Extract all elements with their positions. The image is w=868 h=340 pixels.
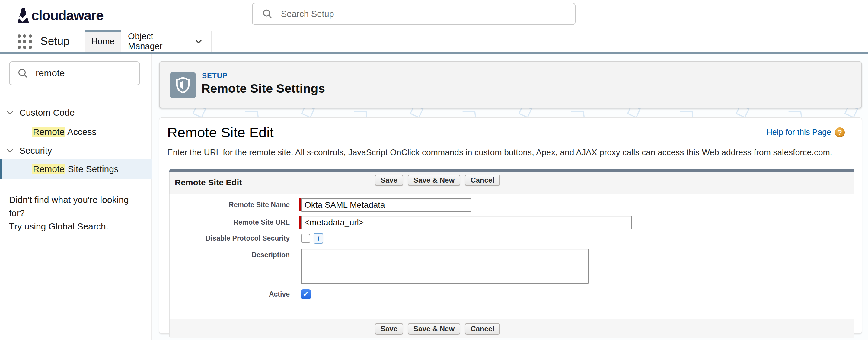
remote-site-name-input[interactable] <box>301 198 471 212</box>
disable-protocol-security-label: Disable Protocol Security <box>169 234 290 243</box>
required-bar <box>299 216 301 229</box>
sidebar-search-box[interactable] <box>9 61 140 85</box>
description-label: Description <box>169 248 290 259</box>
tab-divider <box>211 31 212 52</box>
cancel-button[interactable]: Cancel <box>465 175 500 186</box>
section-top-bar <box>169 169 855 172</box>
save-and-new-button[interactable]: Save & New <box>408 175 460 186</box>
security-tile <box>169 72 196 98</box>
setup-nav-bar: Setup Home Object Manager <box>0 31 868 52</box>
save-button[interactable]: Save <box>375 175 403 186</box>
footer-button-group: Save Save & New Cancel <box>375 323 500 335</box>
sidebar-search-input[interactable] <box>36 68 135 79</box>
remote-site-url-label: Remote Site URL <box>169 218 290 226</box>
sidebar-item-remote-site-settings[interactable]: Remote Site Settings <box>0 159 152 179</box>
chevron-down-icon <box>7 149 13 153</box>
setup-sidebar: Custom Code Remote Access Security Remot… <box>0 54 152 340</box>
main-content: SETUP Remote Site Settings Remote Site E… <box>159 54 868 340</box>
help-for-this-page[interactable]: Help for this Page ? <box>766 127 845 137</box>
setup-page-header-card: SETUP Remote Site Settings <box>159 61 862 109</box>
remote-site-url-input[interactable] <box>301 216 632 229</box>
field-row-remote-site-name: Remote Site Name <box>169 198 854 212</box>
section-footer: Save Save & New Cancel <box>169 319 855 338</box>
cloudaware-logo[interactable]: cloudaware <box>18 7 103 24</box>
search-icon <box>262 9 273 19</box>
chevron-down-icon <box>195 39 202 43</box>
sidebar-not-found-text: Didn't find what you're looking for? Try… <box>9 193 142 233</box>
global-search-box[interactable] <box>252 3 576 25</box>
search-icon <box>18 68 28 79</box>
app-launcher-icon[interactable] <box>18 34 32 49</box>
help-link[interactable]: Help for this Page <box>766 128 831 137</box>
global-header: cloudaware ? <box>0 0 868 30</box>
page-eyebrow: SETUP <box>202 71 227 80</box>
search-highlight: Remote <box>32 164 65 174</box>
remote-site-name-label: Remote Site Name <box>169 201 290 209</box>
edit-section: Remote Site Edit Save Save & New Cancel … <box>169 169 855 338</box>
nav-accent-strip <box>0 52 868 54</box>
sidebar-group-security[interactable]: Security <box>0 143 152 158</box>
field-row-disable-protocol-security: Disable Protocol Security i <box>169 233 854 244</box>
chevron-down-icon <box>7 111 13 115</box>
info-icon[interactable]: i <box>314 233 323 244</box>
header-button-group: Save Save & New Cancel <box>375 175 500 186</box>
app-name: Setup <box>40 35 70 48</box>
active-label: Active <box>169 290 290 298</box>
shield-icon <box>175 77 190 94</box>
global-search-input[interactable] <box>281 9 553 19</box>
save-button[interactable]: Save <box>375 323 403 335</box>
section-header: Remote Site Edit Save Save & New Cancel <box>169 172 855 194</box>
search-highlight: Remote <box>32 126 65 137</box>
panel-description: Enter the URL for the remote site. All s… <box>167 148 855 157</box>
cancel-button[interactable]: Cancel <box>465 323 500 335</box>
cloudaware-logo-icon <box>18 8 29 23</box>
remote-site-edit-panel: Remote Site Edit Help for this Page ? En… <box>159 118 862 334</box>
required-bar <box>299 198 301 211</box>
page-title: Remote Site Settings <box>201 82 325 96</box>
save-and-new-button[interactable]: Save & New <box>408 323 460 335</box>
active-checkbox[interactable]: ✓ <box>301 289 311 299</box>
sidebar-item-remote-access[interactable]: Remote Access <box>0 122 152 142</box>
tab-home[interactable]: Home <box>85 31 121 52</box>
panel-heading: Remote Site Edit <box>167 124 274 141</box>
section-body: Remote Site Name Remote Site URL Disable… <box>169 194 855 319</box>
sidebar-group-custom-code[interactable]: Custom Code <box>0 105 152 120</box>
section-title: Remote Site Edit <box>175 178 242 187</box>
disable-protocol-security-checkbox[interactable] <box>301 234 310 243</box>
help-icon[interactable]: ? <box>835 127 845 137</box>
description-textarea[interactable] <box>301 248 589 284</box>
tab-object-manager[interactable]: Object Manager <box>121 31 202 52</box>
field-row-active: Active ✓ <box>169 289 854 299</box>
field-row-remote-site-url: Remote Site URL <box>169 216 854 229</box>
field-row-description: Description <box>169 248 854 284</box>
cloudaware-logo-text: cloudaware <box>31 7 103 24</box>
